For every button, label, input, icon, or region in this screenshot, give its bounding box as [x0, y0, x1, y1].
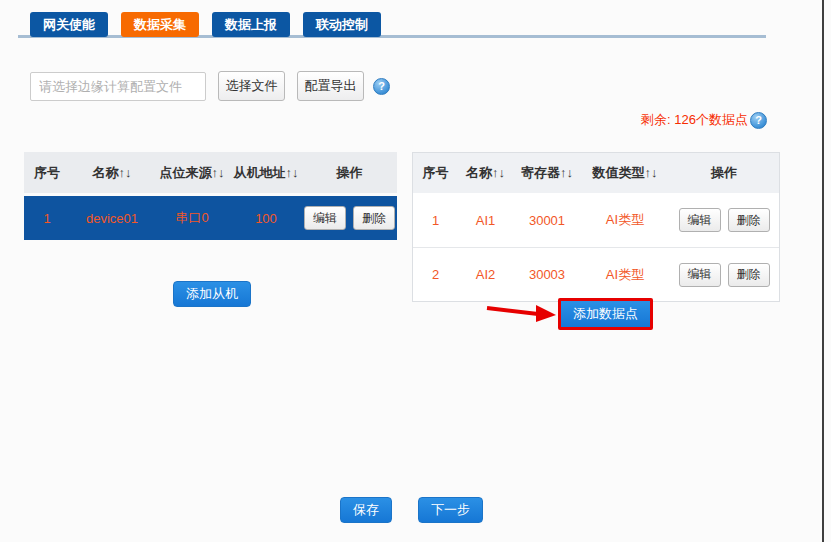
- header-type-sort[interactable]: 数值类型↑↓: [581, 164, 669, 182]
- tab-data-collection[interactable]: 数据采集: [121, 12, 199, 37]
- cell-source: 串口0: [154, 209, 230, 227]
- header-no: 序号: [413, 164, 458, 182]
- config-export-button[interactable]: 配置导出: [297, 71, 364, 101]
- cell-type: AI类型: [581, 211, 669, 229]
- cell-register: 30003: [513, 267, 581, 282]
- edit-point-button[interactable]: 编辑: [679, 263, 721, 287]
- header-name-sort[interactable]: 名称↑↓: [458, 164, 513, 182]
- cell-name: AI1: [458, 213, 513, 228]
- tab-bar: 网关使能 数据采集 数据上报 联动控制: [30, 12, 381, 37]
- header-source-sort[interactable]: 点位来源↑↓: [154, 164, 230, 182]
- remaining-points: 剩余: 126个数据点 ?: [641, 111, 767, 129]
- point-table: 序号 名称↑↓ 寄存器↑↓ 数值类型↑↓ 操作 1 AI1 30001 AI类型…: [412, 152, 780, 302]
- edit-point-button[interactable]: 编辑: [679, 208, 721, 232]
- cell-name: device01: [70, 211, 154, 226]
- add-point-button[interactable]: 添加数据点: [558, 298, 653, 330]
- slave-table-header: 序号 名称↑↓ 点位来源↑↓ 从机地址↑↓ 操作: [24, 152, 397, 193]
- delete-point-button[interactable]: 删除: [728, 208, 770, 232]
- header-operation: 操作: [302, 164, 397, 182]
- cell-address: 100: [230, 211, 302, 226]
- header-no: 序号: [24, 164, 70, 182]
- cell-type: AI类型: [581, 266, 669, 284]
- annotation-arrow-icon: [486, 302, 558, 328]
- delete-slave-button[interactable]: 删除: [353, 206, 395, 230]
- tab-gateway-enable[interactable]: 网关使能: [30, 12, 108, 37]
- delete-point-button[interactable]: 删除: [728, 263, 770, 287]
- point-table-row[interactable]: 2 AI2 30003 AI类型 编辑 删除: [413, 247, 779, 301]
- tab-linkage-control[interactable]: 联动控制: [303, 12, 381, 37]
- edit-slave-button[interactable]: 编辑: [304, 206, 346, 230]
- add-slave-button[interactable]: 添加从机: [173, 281, 251, 307]
- tab-data-report[interactable]: 数据上报: [212, 12, 290, 37]
- cell-name: AI2: [458, 267, 513, 282]
- slave-table-row-selected[interactable]: 1 device01 串口0 100 编辑 删除: [24, 196, 397, 240]
- config-help-icon[interactable]: ?: [373, 78, 390, 95]
- cell-register: 30001: [513, 213, 581, 228]
- point-table-header: 序号 名称↑↓ 寄存器↑↓ 数值类型↑↓ 操作: [413, 153, 779, 193]
- save-button[interactable]: 保存: [340, 497, 392, 523]
- next-step-button[interactable]: 下一步: [418, 497, 483, 523]
- header-register-sort[interactable]: 寄存器↑↓: [513, 164, 581, 182]
- header-operation: 操作: [669, 164, 779, 182]
- choose-file-button[interactable]: 选择文件: [218, 71, 285, 101]
- point-table-row[interactable]: 1 AI1 30001 AI类型 编辑 删除: [413, 193, 779, 247]
- config-file-bar: 选择文件 配置导出 ?: [30, 71, 390, 101]
- config-file-input[interactable]: [30, 72, 206, 101]
- slave-table: 序号 名称↑↓ 点位来源↑↓ 从机地址↑↓ 操作 1 device01 串口0 …: [24, 152, 397, 240]
- remaining-points-text: 剩余: 126个数据点: [641, 111, 748, 129]
- remaining-help-icon[interactable]: ?: [750, 112, 767, 129]
- cell-no: 1: [24, 211, 70, 226]
- cell-no: 1: [413, 213, 458, 228]
- data-collection-page: 网关使能 数据采集 数据上报 联动控制 选择文件 配置导出 ? 剩余: 126个…: [0, 0, 831, 542]
- header-address-sort[interactable]: 从机地址↑↓: [230, 164, 302, 182]
- cell-no: 2: [413, 267, 458, 282]
- header-name-sort[interactable]: 名称↑↓: [70, 164, 154, 182]
- window-border: [822, 0, 824, 542]
